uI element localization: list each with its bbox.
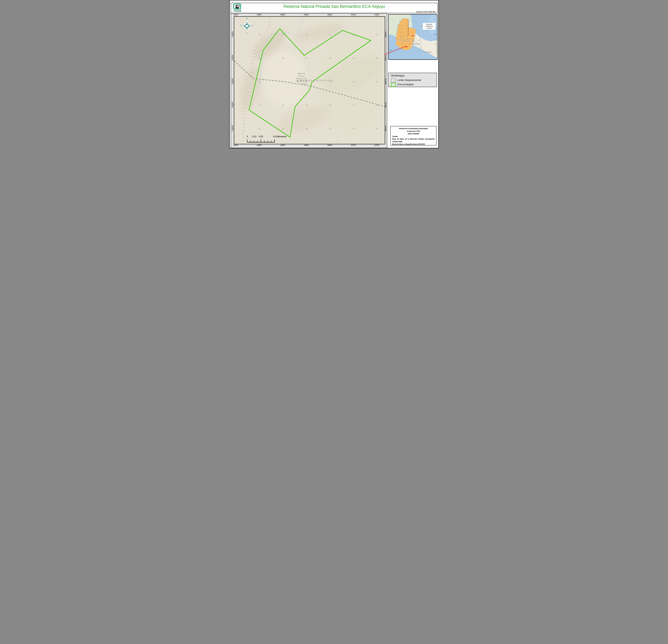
map-canvas: Reserva Natural Privada San Bernardino E…: [234, 16, 385, 144]
scale-ruler: [243, 139, 287, 144]
department-name-label: C H I M A L T E N A N G O: [280, 79, 350, 82]
grid-label-x: 437000: [351, 14, 356, 16]
scale-value: 0: [247, 135, 248, 138]
legend-title: Simbología: [391, 74, 404, 77]
legend-box: Simbología Límite Departamental Área pro…: [388, 73, 437, 87]
inset-depth-label: 721: [390, 49, 392, 51]
grid-label-x: 435000: [257, 14, 262, 16]
conap-logo-text: CONAP: [232, 10, 242, 12]
guatemala-city-dot: [411, 45, 412, 46]
limite-departamental-swatch: [391, 78, 396, 82]
document-code: DAGeos-493-2026-BS: [416, 11, 436, 13]
grid-label-x: 435500: [280, 14, 285, 16]
inset-belize-label: B: [421, 25, 423, 27]
map-document-page: CONAP Reserva Natural Privada San Bernar…: [229, 0, 439, 148]
compass-o: O: [241, 25, 242, 27]
reserve-location-dot: [406, 46, 407, 47]
coordinate-system-info-box: Sistema de coordenadas proyectadas Proye…: [390, 126, 437, 145]
map-sheet: 434500 435000 435500 436000 436500 43700…: [231, 13, 387, 148]
scale-value: 0.25: [259, 135, 263, 138]
location-inset-map: G u a t e m a l a Guatemala H o B San Sa…: [388, 14, 438, 60]
header-bar: CONAP Reserva Natural Privada San Bernar…: [231, 3, 438, 13]
reserve-name-label: Reserva Natural Privada San Bernardino E…: [288, 72, 314, 85]
san-salvador-city-dot: [423, 53, 424, 55]
grid-label-x: 436000: [304, 14, 309, 16]
scale-value: 0.5: [273, 135, 276, 138]
page-title: Reserva Natural Privada San Bernardino E…: [231, 4, 437, 9]
compass-e: E: [252, 25, 253, 27]
inset-ocean-label: Hond: [434, 33, 438, 35]
grid-label-x: 437500: [374, 14, 379, 16]
territorial-dispute-note: Diferendo territorial no resuelto: [423, 23, 436, 30]
inset-san-salvador-label: San Salvador: [423, 51, 432, 53]
area-protegida-swatch: [391, 83, 396, 87]
scale-unit: Kilómetros: [276, 135, 286, 138]
compass-s: S: [246, 32, 247, 34]
inset-ocean-label: G: [436, 27, 437, 29]
inset-honduras-label: H o: [435, 43, 438, 45]
scale-bar: 0 0.13 0.25 0.5 Kilómetros: [243, 135, 287, 144]
inset-ocean-label: d: [436, 30, 437, 32]
compass-n: N: [246, 17, 247, 19]
grid-label-x: 434500: [233, 14, 238, 16]
inset-country-label: G u a t e m a l a: [398, 39, 420, 41]
compass-rose-icon: N S O E: [241, 17, 253, 35]
grid-label-x: 436500: [327, 14, 332, 16]
inset-city-label: Guatemala: [412, 43, 420, 45]
scale-value: 0.13: [252, 135, 256, 138]
